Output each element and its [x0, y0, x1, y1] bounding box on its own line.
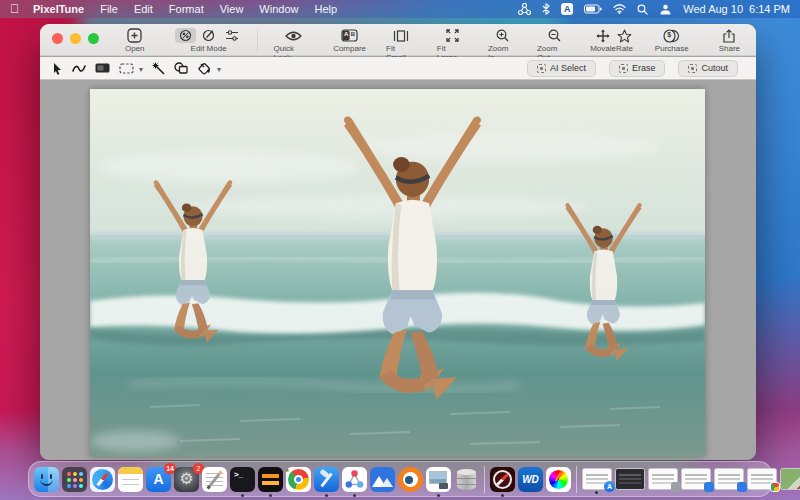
rate-button[interactable]: Rate	[616, 28, 633, 53]
ai-select-icon	[537, 64, 546, 73]
freehand-draw-tool[interactable]	[72, 63, 86, 74]
zoom-out-icon	[548, 28, 561, 43]
dock-xcode[interactable]	[314, 467, 339, 492]
dock-color-wheel-app[interactable]	[546, 467, 571, 492]
minimized-window-thumbnail[interactable]: A	[582, 468, 612, 490]
ai-select-button[interactable]: AI Select	[527, 60, 596, 77]
edit-mode-effects-segment[interactable]	[175, 28, 196, 43]
erase-icon	[619, 64, 628, 73]
menubar-time: 6:14 PM	[749, 3, 790, 15]
dock-launchpad[interactable]	[62, 467, 87, 492]
edit-mode-control: Edit Mode	[175, 28, 243, 53]
move-button[interactable]: Movale	[590, 28, 616, 53]
fit-large-icon	[446, 28, 459, 43]
purchase-button[interactable]: $ Purchase	[655, 28, 689, 53]
minimize-button[interactable]	[70, 33, 81, 44]
menu-window[interactable]: Window	[259, 3, 298, 15]
edit-mode-annotate-segment[interactable]	[198, 28, 219, 43]
editor-canvas[interactable]	[40, 81, 756, 460]
dock-textedit[interactable]	[202, 467, 227, 492]
zoom-window-button[interactable]	[88, 33, 99, 44]
zoom-in-icon	[496, 28, 509, 43]
share-button[interactable]: Share	[719, 28, 740, 53]
menu-view[interactable]: View	[220, 3, 244, 15]
dock-photo-viewer[interactable]	[426, 467, 451, 492]
dock-blender[interactable]	[398, 467, 423, 492]
toolbar-separator	[257, 29, 258, 53]
cutout-button[interactable]: Cutout	[678, 60, 738, 77]
wifi-icon[interactable]	[613, 4, 626, 14]
spotlight-icon[interactable]	[637, 4, 648, 15]
shapes-tool[interactable]	[174, 62, 188, 74]
minimized-window-thumbnail[interactable]	[615, 468, 645, 490]
dock-wd-discovery[interactable]: WD	[518, 467, 543, 492]
apple-menu-icon[interactable]: 	[10, 2, 19, 16]
dock-database-app[interactable]	[454, 467, 479, 492]
dock-app-store[interactable]: A14	[146, 467, 171, 492]
dock-retro-widget-app[interactable]	[258, 467, 283, 492]
coins-icon: $	[663, 28, 680, 43]
bluetooth-icon[interactable]	[542, 3, 550, 15]
compare-button[interactable]: A B Compare	[333, 28, 366, 53]
selection-tool-chevron[interactable]: ▾	[139, 65, 143, 74]
move-arrows-icon	[596, 28, 610, 43]
compare-ab-icon: A B	[341, 28, 358, 43]
dock-system-preferences[interactable]: ⚙2	[174, 467, 199, 492]
battery-icon[interactable]	[584, 4, 602, 14]
pixeltune-window: Open Edit Mode	[40, 24, 756, 460]
dock-separator-2	[576, 466, 577, 493]
menu-file[interactable]: File	[100, 3, 118, 15]
share-icon	[723, 28, 735, 43]
dock-finder[interactable]	[34, 467, 59, 492]
fill-bucket-tool[interactable]	[197, 62, 212, 75]
minimized-window-thumbnail[interactable]	[648, 468, 678, 490]
menu-edit[interactable]: Edit	[134, 3, 153, 15]
star-icon	[617, 28, 632, 43]
close-button[interactable]	[52, 33, 63, 44]
menubar-date: Wed Aug 10	[683, 3, 743, 15]
dock-mountains-app[interactable]	[370, 467, 395, 492]
eye-icon	[285, 28, 302, 43]
cutout-icon	[688, 64, 697, 73]
edit-mode-adjust-segment[interactable]	[221, 28, 243, 43]
beach-photo[interactable]	[90, 89, 705, 457]
menu-format[interactable]: Format	[169, 3, 204, 15]
dock-chrome[interactable]	[286, 467, 311, 492]
dock: A14 ⚙2 >_ WD A	[28, 461, 772, 497]
dock-notes[interactable]	[118, 467, 143, 492]
dock-separator	[484, 466, 485, 493]
cursor-tool[interactable]	[52, 62, 63, 75]
app-menu-title[interactable]: PixelTune	[33, 3, 84, 15]
open-icon	[127, 28, 142, 43]
tools-bar: ▾ ▾ AI Select Erase	[40, 57, 756, 80]
magic-wand-tool[interactable]	[152, 62, 165, 75]
minimized-window-thumbnail[interactable]	[780, 468, 800, 490]
menubar-clock[interactable]: Wed Aug 10 6:14 PM	[683, 3, 790, 15]
minimized-window-thumbnail[interactable]	[747, 468, 777, 490]
selection-tool[interactable]	[119, 63, 134, 74]
erase-button[interactable]: Erase	[609, 60, 666, 77]
user-switch-icon[interactable]	[659, 4, 672, 15]
main-toolbar: Open Edit Mode	[40, 24, 756, 56]
minimized-window-thumbnail[interactable]	[681, 468, 711, 490]
fill-tool-chevron[interactable]: ▾	[217, 65, 221, 74]
dock-pixeltune[interactable]	[342, 467, 367, 492]
fit-small-icon	[393, 28, 409, 43]
mosaic-rect-tool[interactable]	[95, 63, 110, 73]
workflow-status-icon[interactable]	[518, 3, 531, 15]
dock-safari[interactable]	[90, 467, 115, 492]
input-source-icon[interactable]: A	[561, 3, 573, 15]
dock-terminal[interactable]: >_	[230, 467, 255, 492]
desktop:  PixelTune File Edit Format View Window…	[0, 0, 800, 500]
menu-help[interactable]: Help	[314, 3, 337, 15]
open-button[interactable]: Open	[125, 28, 145, 53]
menu-bar:  PixelTune File Edit Format View Window…	[0, 0, 800, 18]
minimized-window-thumbnail[interactable]	[714, 468, 744, 490]
dock-gauge-app[interactable]	[490, 467, 515, 492]
